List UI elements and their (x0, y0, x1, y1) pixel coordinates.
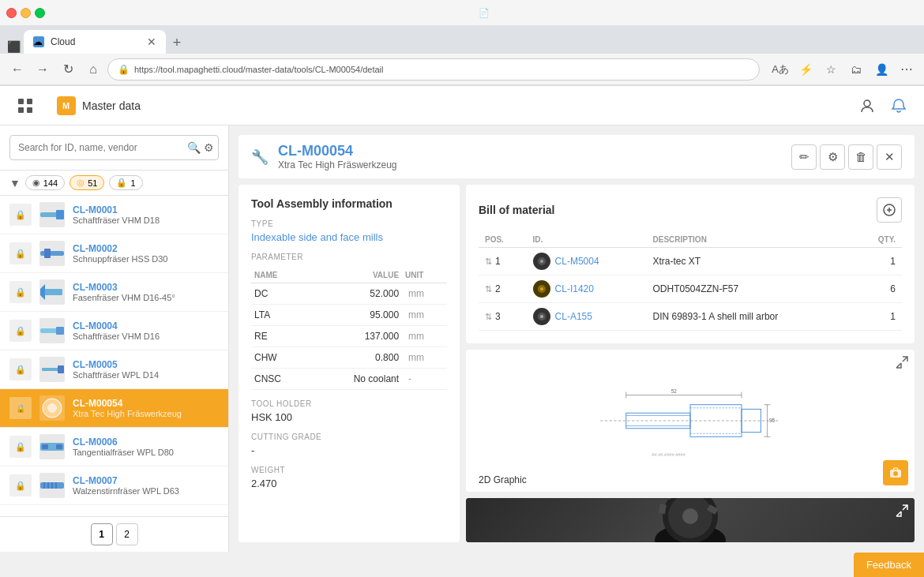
search-icon[interactable]: 🔍 (187, 141, 201, 154)
pagination: 1 2 (0, 516, 228, 552)
nav-forward-btn[interactable]: → (32, 58, 54, 81)
list-item[interactable]: 🔒 CL-M0003 Fasenfräser VHM D16-45° (0, 273, 228, 312)
bom-item-3-id[interactable]: CL-A155 (555, 311, 592, 322)
notification-icon-btn[interactable] (886, 93, 911, 118)
translate-icon[interactable]: Aあ (769, 58, 791, 81)
search-wrapper: 🔍 ⚙ (9, 135, 219, 160)
tool-key-icon: 🔧 (251, 148, 269, 166)
bom-row-icons: ⇅ 2 (479, 275, 527, 303)
filter-down-icon[interactable]: ▼ (9, 177, 21, 189)
svg-rect-20 (42, 444, 48, 449)
bom-arrows-icon: ⇅ (485, 284, 492, 294)
type-value: Indexable side and face mills (251, 231, 447, 243)
tab-close-btn[interactable]: ✕ (147, 36, 156, 48)
extensions-icon[interactable]: ⚡ (794, 58, 817, 81)
item-info: CL-M0007 Walzenstirnfräser WPL D63 (73, 475, 219, 496)
param-chw-unit: mm (402, 347, 447, 369)
svg-rect-2 (18, 107, 24, 113)
feedback-btn[interactable]: Feedback (854, 553, 924, 577)
grid-menu-icon[interactable] (13, 93, 38, 118)
svg-text:##.##.####.####: ##.##.####.#### (652, 452, 685, 457)
param-chw-name: CHW (251, 347, 310, 369)
menu-icon[interactable]: ⋯ (896, 58, 918, 81)
item-name: Walzenstirnfräser WPL D63 (73, 486, 219, 496)
bom-item-2-id[interactable]: CL-I1420 (555, 283, 594, 294)
photo-expand-btn[interactable] (896, 504, 908, 519)
item-thumbnail (39, 434, 65, 459)
svg-rect-0 (18, 99, 24, 104)
detail-header: 🔧 CL-M00054 Xtra Tec High Fräswerkzeug ✏… (239, 135, 915, 178)
bom-item-1-id[interactable]: CL-M5004 (555, 256, 599, 267)
app-title: Master data (82, 99, 141, 112)
filter-active-chip[interactable]: ◎ 51 (69, 175, 104, 190)
bom-pos-3: 3 (495, 311, 501, 322)
bom-item-3-qty: 1 (856, 303, 902, 331)
tool-holder-label: TOOL HOLDER (251, 399, 447, 408)
list-item[interactable]: 🔒 CL-M0004 Schaftfräser VHM D16 (0, 312, 228, 350)
svg-point-18 (47, 403, 57, 413)
user-icon-btn[interactable] (855, 93, 880, 118)
bom-row-icons: ⇅ 1 (479, 248, 527, 275)
bom-id-header: ID. (527, 232, 647, 248)
item-lock-icon: 🔒 (9, 320, 32, 342)
cutting-grade-label: CUTTING GRADE (251, 433, 447, 441)
filter-locked-chip[interactable]: 🔒 1 (109, 175, 142, 190)
list-item[interactable]: 🔒 CL-M0002 Schnuppfräser HSS D30 (0, 234, 228, 273)
page-1-btn[interactable]: 1 (91, 523, 113, 545)
collections-icon[interactable]: 🗂 (845, 58, 867, 81)
configure-btn[interactable]: ⚙ (820, 144, 845, 170)
delete-btn[interactable]: 🗑 (848, 144, 873, 170)
app-logo: M Master data (57, 96, 141, 115)
cutting-grade-value: - (251, 444, 447, 456)
bom-row-icons: ⇅ 3 (479, 303, 527, 331)
close-btn[interactable]: ✕ (877, 144, 902, 170)
item-thumbnail (39, 473, 65, 498)
item-info: CL-M0002 Schnuppfräser HSS D30 (73, 243, 219, 264)
list-item-active[interactable]: 🔒 CL-M00054 Xtra Tec High Fräswerkzeug (0, 389, 228, 428)
bom-row: ⇅ 3 C (479, 303, 902, 331)
edit-btn[interactable]: ✏ (791, 144, 817, 170)
list-item[interactable]: 🔒 CL-M0006 Tangentialfräser WPL D80 (0, 428, 228, 466)
graphic-label: 2D Graphic (479, 474, 527, 485)
page-2-btn[interactable]: 2 (116, 523, 138, 545)
bom-item-2-desc: ODHT0504ZZN-F57 (647, 275, 856, 303)
tab-bar: ⬛ ☁ Cloud ✕ + (0, 25, 924, 54)
graphic-cam-btn[interactable] (883, 460, 908, 485)
bom-item-3-desc: DIN 69893-1 A shell mill arbor (647, 303, 856, 331)
nav-back-btn[interactable]: ← (6, 58, 28, 81)
filter-icon[interactable]: ⚙ (204, 141, 214, 154)
parameter-label: PARAMETER (251, 253, 447, 261)
photo-panel (466, 498, 915, 542)
browser-back-icon[interactable]: ⬛ (6, 39, 21, 54)
param-cnsc-value: No coolant (310, 369, 402, 390)
detail-panel: 🔧 CL-M00054 Xtra Tec High Fräswerkzeug ✏… (229, 126, 924, 552)
bom-item-1-qty: 1 (856, 248, 902, 275)
window-close[interactable] (6, 8, 17, 18)
window-maximize[interactable] (35, 8, 45, 18)
item-lock-icon: 🔒 (9, 358, 32, 380)
nav-reload-btn[interactable]: ↻ (57, 58, 79, 81)
main-content: 🔍 ⚙ ▼ ◉ 144 ◎ 51 🔒 1 (0, 126, 924, 552)
filter-all-chip[interactable]: ◉ 144 (25, 175, 65, 190)
bom-item-3-icon (533, 308, 550, 325)
svg-rect-3 (27, 107, 32, 113)
nav-home-btn[interactable]: ⌂ (82, 58, 104, 81)
graphic-expand-btn[interactable] (896, 356, 908, 371)
profile-icon[interactable]: 👤 (870, 58, 892, 81)
list-item[interactable]: 🔒 CL-M0005 Schaftfräser WPL D14 (0, 350, 228, 389)
assembly-title: Tool Assembly information (251, 197, 447, 210)
list-item[interactable]: 🔒 CL-M0007 Walzenstirnfräser WPL D63 (0, 466, 228, 505)
app-header: M Master data (0, 86, 924, 126)
list-item[interactable]: 🔒 CL-M0001 Schaftfräser VHM D18 (0, 196, 228, 234)
window-minimize[interactable] (21, 8, 31, 18)
favorites-icon[interactable]: ☆ (820, 58, 842, 81)
address-bar[interactable]: 🔒 https://tool.mapaghetti.cloud/master-d… (107, 58, 760, 81)
param-lta-value: 95.000 (310, 305, 402, 326)
photo-content (466, 498, 915, 542)
bom-add-btn[interactable] (877, 197, 902, 223)
active-tab[interactable]: ☁ Cloud ✕ (24, 30, 166, 54)
new-tab-btn[interactable]: + (166, 32, 188, 54)
svg-text:M: M (62, 101, 69, 111)
item-thumbnail (39, 357, 65, 382)
param-lta-name: LTA (251, 305, 310, 326)
